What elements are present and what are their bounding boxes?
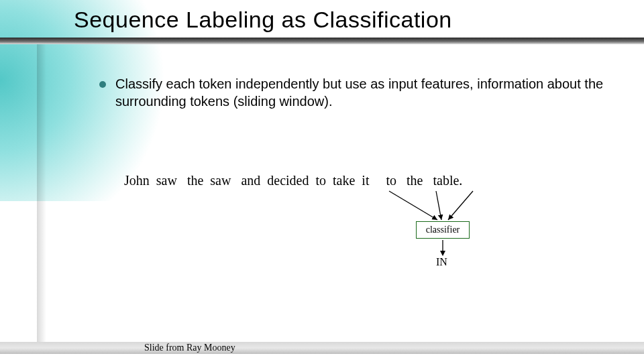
output-tag: IN [436, 256, 447, 268]
classifier-box: classifier [416, 221, 470, 239]
classifier-label: classifier [426, 225, 460, 235]
svg-line-0 [389, 191, 437, 220]
example-sentence: John saw the saw and decided to take it … [124, 173, 462, 188]
svg-line-1 [436, 191, 441, 220]
input-arrows [376, 189, 496, 223]
svg-line-2 [448, 191, 473, 220]
footer-bar [0, 342, 644, 354]
bullet-text: Classify each token independently but us… [115, 75, 609, 110]
left-shadow-rail [37, 44, 50, 343]
page-title: Sequence Labeling as Classification [74, 7, 452, 33]
bullet-item: Classify each token independently but us… [99, 75, 609, 110]
footer-attribution: Slide from Ray Mooney [144, 343, 235, 353]
output-arrow [440, 240, 445, 256]
title-underline-bar [0, 38, 644, 44]
bullet-icon [99, 81, 106, 88]
